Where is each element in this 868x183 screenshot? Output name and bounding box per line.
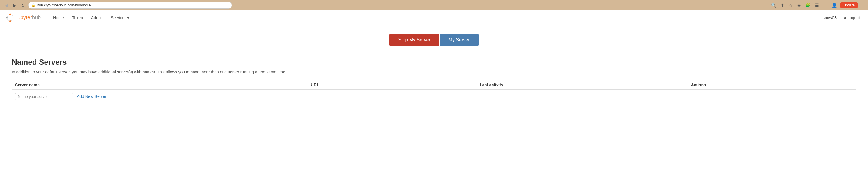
server-name-input[interactable] [15, 93, 73, 100]
share-icon[interactable]: ⬆ [779, 2, 785, 8]
nav-admin[interactable]: Admin [88, 13, 106, 22]
server-actions: Stop My Server My Server [12, 34, 856, 46]
nav-services[interactable]: Services ▾ [107, 13, 133, 22]
more-options-icon[interactable]: ⋮ [860, 3, 865, 8]
server-last-activity-cell [476, 90, 687, 103]
stop-my-server-button[interactable]: Stop My Server [390, 34, 439, 46]
named-servers-description: In addition to your default server, you … [12, 70, 856, 74]
profile-icon[interactable]: ◉ [796, 2, 802, 8]
nav-right: tsnow03 ⇥ Logout [822, 14, 862, 22]
svg-point-3 [7, 15, 13, 21]
back-button[interactable]: ◀ [3, 2, 9, 9]
browser-actions: 🔍 ⬆ ☆ ◉ 🧩 ☰ ▭ 👤 Update ⋮ [770, 2, 865, 8]
col-header-server-name: Server name [12, 80, 307, 90]
logout-label: Logout [847, 16, 860, 20]
browser-chrome: ◀ ▶ ↻ 🔒 hub.cryointhecloud.com/hub/home … [0, 0, 868, 10]
menu-icon[interactable]: ☰ [814, 2, 820, 8]
nav-services-label: Services [111, 16, 126, 20]
nav-links: Home Token Admin Services ▾ [50, 13, 822, 22]
cast-icon[interactable]: ▭ [822, 2, 829, 8]
update-button[interactable]: Update [840, 2, 858, 8]
table-header: Server name URL Last activity Actions [12, 80, 856, 90]
named-servers-section: Named Servers In addition to your defaul… [12, 58, 856, 103]
refresh-button[interactable]: ↻ [20, 2, 26, 9]
nav-home[interactable]: Home [50, 13, 67, 22]
search-icon[interactable]: 🔍 [770, 2, 777, 8]
bookmark-icon[interactable]: ☆ [788, 2, 794, 8]
table-body: Add New Server [12, 90, 856, 103]
nav-token[interactable]: Token [68, 13, 86, 22]
username: tsnow03 [822, 16, 837, 20]
lock-icon: 🔒 [31, 3, 35, 7]
jupyter-logo-icon [6, 14, 14, 22]
brand-hub: hub [32, 15, 41, 20]
user-avatar[interactable]: 👤 [831, 2, 838, 8]
named-servers-title: Named Servers [12, 58, 856, 67]
logout-icon: ⇥ [842, 16, 846, 20]
servers-table: Server name URL Last activity Actions Ad… [12, 80, 856, 103]
logout-button[interactable]: ⇥ Logout [840, 14, 862, 22]
brand-text: jupyterhub [16, 15, 41, 21]
extensions-icon[interactable]: 🧩 [804, 2, 811, 8]
chevron-down-icon: ▾ [127, 16, 129, 20]
brand-logo[interactable]: jupyterhub [6, 14, 41, 22]
brand-jupyter: jupyter [16, 15, 32, 20]
address-text: hub.cryointhecloud.com/hub/home [37, 3, 229, 7]
col-header-last-activity: Last activity [476, 80, 687, 90]
main-content: Stop My Server My Server Named Servers I… [0, 25, 868, 112]
col-header-url: URL [307, 80, 476, 90]
server-url-cell [307, 90, 476, 103]
my-server-button[interactable]: My Server [440, 34, 478, 46]
add-new-server-link[interactable]: Add New Server [77, 94, 106, 99]
address-bar[interactable]: 🔒 hub.cryointhecloud.com/hub/home [28, 2, 232, 9]
server-actions-cell [687, 90, 856, 103]
col-header-actions: Actions [687, 80, 856, 90]
table-row: Add New Server [12, 90, 856, 103]
svg-point-2 [6, 17, 7, 18]
svg-point-1 [9, 20, 11, 22]
navbar: jupyterhub Home Token Admin Services ▾ t… [0, 10, 868, 25]
svg-point-0 [9, 14, 11, 15]
forward-button[interactable]: ▶ [12, 2, 18, 9]
table-header-row: Server name URL Last activity Actions [12, 80, 856, 90]
server-name-cell: Add New Server [12, 90, 307, 103]
